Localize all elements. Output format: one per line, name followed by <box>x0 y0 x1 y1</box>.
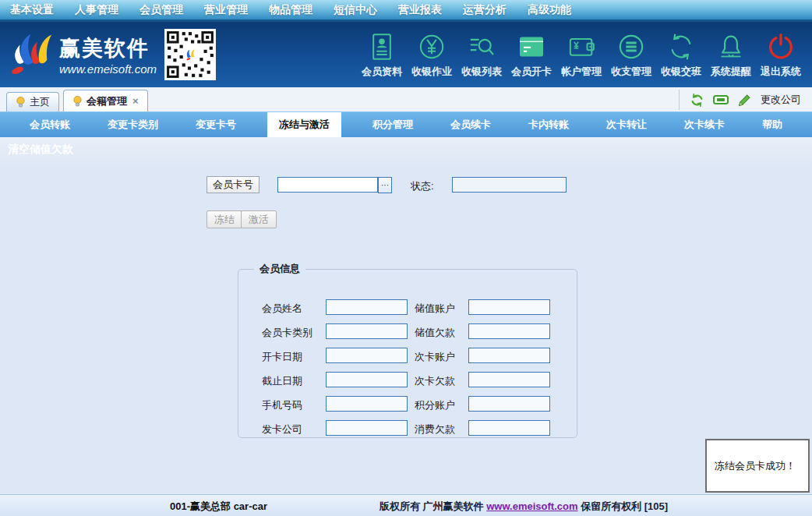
copyright-prefix: 版权所有 广州赢美软件 <box>380 500 486 512</box>
qr-code <box>164 29 216 80</box>
menu-item-goods[interactable]: 物品管理 <box>269 3 312 17</box>
field-label: 次卡账户 <box>415 350 455 364</box>
menu-item-basic-settings[interactable]: 基本设置 <box>10 3 54 17</box>
nav-times-card-transfer[interactable]: 次卡转让 <box>600 112 653 137</box>
nav-in-card-transfer[interactable]: 卡内转账 <box>522 112 575 137</box>
wallet-icon <box>566 31 597 62</box>
tab-membership-mgmt[interactable]: 会籍管理 × <box>63 90 148 111</box>
lightbulb-icon <box>16 96 26 108</box>
times-card-account-input[interactable] <box>468 348 550 363</box>
menu-item-business[interactable]: 营业管理 <box>204 3 248 17</box>
flame-logo-icon <box>8 31 56 78</box>
shortcut-logout[interactable]: 退出系统 <box>756 31 806 79</box>
points-account-input[interactable] <box>468 396 550 412</box>
menu-item-hr[interactable]: 人事管理 <box>75 3 118 17</box>
field-label: 手机号码 <box>262 398 302 412</box>
nav-change-card-type[interactable]: 变更卡类别 <box>101 112 164 137</box>
tab-bar: 主页 会籍管理 × <box>0 87 812 111</box>
expiry-date-input[interactable] <box>326 372 408 387</box>
power-icon <box>765 31 796 62</box>
shortcut-cashier-work[interactable]: 收银作业 <box>407 31 457 79</box>
shortcut-member-profile[interactable]: 会员资料 <box>357 31 407 79</box>
field-label: 储值欠款 <box>415 326 455 340</box>
status-input[interactable] <box>452 177 567 193</box>
stored-value-account-input[interactable] <box>468 299 550 315</box>
field-label: 消费欠款 <box>415 422 455 436</box>
stored-value-debt-input[interactable] <box>468 323 550 339</box>
shortcut-open-card[interactable]: 会员开卡 <box>507 31 556 79</box>
menu-item-advanced[interactable]: 高级功能 <box>528 3 571 17</box>
change-company-button[interactable]: 更改公司 <box>761 93 801 107</box>
brand-name: 赢美软件 <box>59 34 157 62</box>
menu-item-sms[interactable]: 短信中心 <box>334 3 377 17</box>
menu-item-analytics[interactable]: 运营分析 <box>463 3 507 17</box>
member-name-input[interactable] <box>326 299 408 315</box>
tab-close-icon[interactable]: × <box>132 95 139 107</box>
copyright-suffix: 保留所有权利 [105] <box>578 500 669 512</box>
app-header: 赢美软件 www.emeisoft.com <box>0 22 812 87</box>
pencil-icon[interactable] <box>738 94 751 107</box>
nav-help[interactable]: 帮助 <box>756 112 789 137</box>
tab-tools: 更改公司 <box>679 90 806 110</box>
field-label: 会员卡类别 <box>262 326 312 340</box>
shortcut-account-mgmt[interactable]: 帐户管理 <box>556 31 606 79</box>
mobile-number-input[interactable] <box>326 396 408 412</box>
times-card-debt-input[interactable] <box>468 372 550 387</box>
menu-item-members[interactable]: 会员管理 <box>139 3 183 17</box>
field-label: 储值账户 <box>415 302 455 316</box>
nav-points-mgmt[interactable]: 积分管理 <box>366 112 419 137</box>
issuing-company-input[interactable] <box>326 420 408 436</box>
clear-stored-debt-command[interactable]: 清空储值欠款 <box>8 143 73 157</box>
lightbulb-icon <box>72 95 83 108</box>
field-label: 积分账户 <box>415 398 455 412</box>
id-card-user-icon <box>366 31 397 62</box>
toast-message: 冻结会员卡成功！ <box>715 459 796 473</box>
activate-button[interactable]: 激活 <box>241 210 277 228</box>
header-shortcuts: 会员资料 收银作业 收银列表 会员开卡 <box>357 31 806 79</box>
member-info-legend: 会员信息 <box>254 262 305 276</box>
status-label: 状态: <box>411 179 434 193</box>
field-label: 次卡欠款 <box>415 374 455 388</box>
cycle-icon <box>665 31 697 62</box>
brand-url: www.emeisoft.com <box>59 62 157 76</box>
shortcut-label: 系统提醒 <box>711 65 751 79</box>
refresh-icon[interactable] <box>690 94 704 107</box>
tab-home[interactable]: 主页 <box>6 92 59 111</box>
member-card-number-button[interactable]: 会员卡号 <box>207 176 259 193</box>
shortcut-label: 会员开卡 <box>511 65 552 79</box>
main-menubar: 基本设置 人事管理 会员管理 营业管理 物品管理 短信中心 营业报表 运营分析 … <box>0 0 812 22</box>
card-icon[interactable] <box>713 94 729 106</box>
success-toast: 冻结会员卡成功！ <box>705 439 810 493</box>
yen-circle-icon <box>416 31 447 62</box>
member-card-number-input[interactable] <box>277 177 378 193</box>
nav-change-card-number[interactable]: 变更卡号 <box>189 112 242 137</box>
shortcut-label: 收银交班 <box>661 65 701 79</box>
copyright-text: 版权所有 广州赢美软件 www.emeisoft.com 保留所有权利 [105… <box>380 500 668 514</box>
tab-label: 主页 <box>30 95 50 109</box>
tab-label: 会籍管理 <box>86 94 127 108</box>
module-navbar: 会员转账 变更卡类别 变更卡号 冻结与激活 积分管理 会员续卡 卡内转账 次卡转… <box>0 111 812 137</box>
list-circle-icon <box>616 31 647 62</box>
nav-times-card-renewal[interactable]: 次卡续卡 <box>678 112 731 137</box>
shortcut-cashier-list[interactable]: 收银列表 <box>457 31 507 79</box>
main-content: 清空储值欠款 会员卡号 ··· 状态: 冻结 激活 会员信息 会员姓名 储值账户… <box>0 137 812 494</box>
list-search-icon <box>466 31 497 62</box>
shortcut-label: 收银列表 <box>461 65 502 79</box>
card-type-input[interactable] <box>326 323 408 339</box>
menu-item-reports[interactable]: 营业报表 <box>398 3 442 17</box>
shortcut-system-alerts[interactable]: 系统提醒 <box>706 31 756 79</box>
member-card-icon <box>516 31 547 62</box>
consumption-debt-input[interactable] <box>468 420 550 436</box>
shortcut-income-expense[interactable]: 收支管理 <box>606 31 656 79</box>
nav-freeze-activate[interactable]: 冻结与激活 <box>267 112 341 137</box>
bell-icon <box>715 31 747 62</box>
browse-button[interactable]: ··· <box>378 177 392 193</box>
nav-member-renewal[interactable]: 会员续卡 <box>444 112 497 137</box>
shortcut-shift-change[interactable]: 收银交班 <box>656 31 706 79</box>
emeisoft-link[interactable]: www.emeisoft.com <box>486 500 577 512</box>
shortcut-label: 退出系统 <box>761 65 801 79</box>
open-date-input[interactable] <box>326 348 408 363</box>
freeze-button[interactable]: 冻结 <box>207 210 242 228</box>
brand-text: 赢美软件 www.emeisoft.com <box>59 34 157 76</box>
nav-member-transfer[interactable]: 会员转账 <box>23 112 76 137</box>
